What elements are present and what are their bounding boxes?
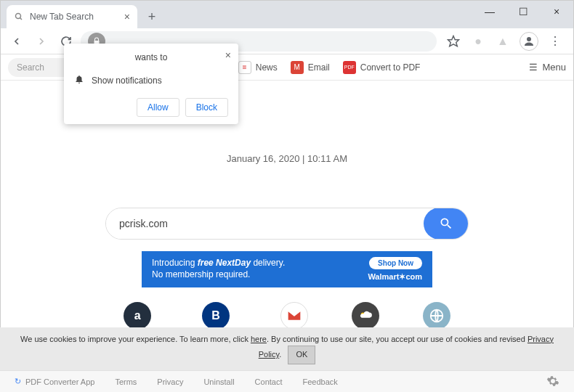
menu-button[interactable]: ☰ Menu — [529, 62, 566, 73]
cookie-ok-button[interactable]: OK — [288, 346, 315, 364]
block-button[interactable]: Block — [185, 98, 228, 117]
search-input[interactable] — [106, 208, 424, 239]
globe-icon — [423, 302, 450, 330]
close-window-button[interactable]: × — [540, 1, 573, 23]
allow-button[interactable]: Allow — [137, 98, 179, 117]
window-controls: — ☐ × — [473, 1, 573, 23]
ad-banner[interactable]: Introducing free NextDay delivery. No me… — [142, 251, 432, 287]
footer-link-uninstall[interactable]: Uninstall — [203, 377, 234, 386]
new-tab-button[interactable]: + — [142, 7, 162, 27]
profile-avatar[interactable] — [520, 32, 538, 51]
back-button[interactable] — [7, 31, 27, 52]
footer-link-terms[interactable]: Terms — [115, 377, 137, 386]
footer-link-feedback[interactable]: Feedback — [303, 377, 338, 386]
weather-icon — [352, 302, 379, 330]
minimize-button[interactable]: — — [473, 1, 506, 23]
toolbar-item-label: Convert to PDF — [360, 62, 421, 73]
search-icon — [14, 12, 24, 22]
close-icon[interactable]: × — [225, 49, 231, 61]
footer-link-privacy[interactable]: Privacy — [157, 377, 183, 386]
svg-line-1 — [20, 18, 23, 20]
toolbar-item-label: Email — [308, 62, 330, 73]
ad-brand: Walmart✶com — [368, 272, 422, 282]
refresh-icon: ↻ — [15, 377, 21, 386]
main-search — [105, 208, 469, 240]
footer-link-contact[interactable]: Contact — [255, 377, 283, 386]
hamburger-icon: ☰ — [529, 62, 538, 73]
notification-row: Show notifications — [74, 71, 228, 89]
extension-icon[interactable]: ▲ — [495, 33, 511, 49]
menu-kebab-icon[interactable]: ⋮ — [547, 33, 563, 49]
titlebar: New Tab Search × + — ☐ × — [1, 1, 573, 28]
footer-brand[interactable]: ↻ PDF Converter App — [15, 377, 94, 386]
notification-permission-popup: × wants to Show notifications Allow Bloc… — [64, 44, 238, 124]
svg-marker-2 — [448, 36, 459, 46]
toolbar-search-placeholder: Search — [17, 62, 44, 73]
mail-icon: M — [291, 61, 304, 74]
search-button[interactable] — [424, 208, 469, 240]
cookie-here-link[interactable]: here — [251, 335, 267, 343]
toolbar-news[interactable]: ≡ News — [238, 61, 278, 74]
notification-text: Show notifications — [92, 75, 162, 86]
news-icon: ≡ — [238, 61, 251, 74]
browser-tab[interactable]: New Tab Search × — [7, 5, 137, 28]
star-icon[interactable] — [445, 33, 461, 49]
svg-point-3 — [527, 37, 531, 41]
ad-cta-button[interactable]: Shop Now — [369, 257, 422, 269]
pdf-icon: PDF — [343, 61, 356, 74]
cookie-banner: We use cookies to improve your experienc… — [0, 327, 574, 370]
toolbar-item-label: News — [256, 62, 278, 73]
forward-button[interactable] — [31, 31, 52, 52]
notification-title: wants to — [74, 52, 228, 71]
maximize-button[interactable]: ☐ — [506, 1, 540, 23]
gmail-icon — [280, 302, 308, 330]
booking-icon: B — [202, 302, 230, 330]
browser-window: New Tab Search × + — ☐ × ● — [0, 0, 574, 392]
page-footer: ↻ PDF Converter App Terms Privacy Uninst… — [0, 370, 574, 392]
toolbar-convert-pdf[interactable]: PDF Convert to PDF — [343, 61, 421, 74]
close-icon[interactable]: × — [124, 11, 130, 23]
browser-actions: ● ▲ ⋮ — [441, 32, 567, 51]
menu-label: Menu — [542, 62, 566, 73]
bell-icon — [74, 74, 84, 86]
datetime-display: January 16, 2020 | 10:11 AM — [227, 153, 347, 164]
amazon-icon: a — [124, 302, 151, 330]
tab-title: New Tab Search — [30, 12, 94, 22]
gear-icon[interactable] — [546, 375, 559, 389]
extension-icon[interactable]: ● — [470, 33, 486, 49]
svg-point-0 — [16, 14, 21, 19]
toolbar-email[interactable]: M Email — [291, 61, 330, 74]
ad-text: Introducing free NextDay delivery. No me… — [152, 258, 360, 280]
